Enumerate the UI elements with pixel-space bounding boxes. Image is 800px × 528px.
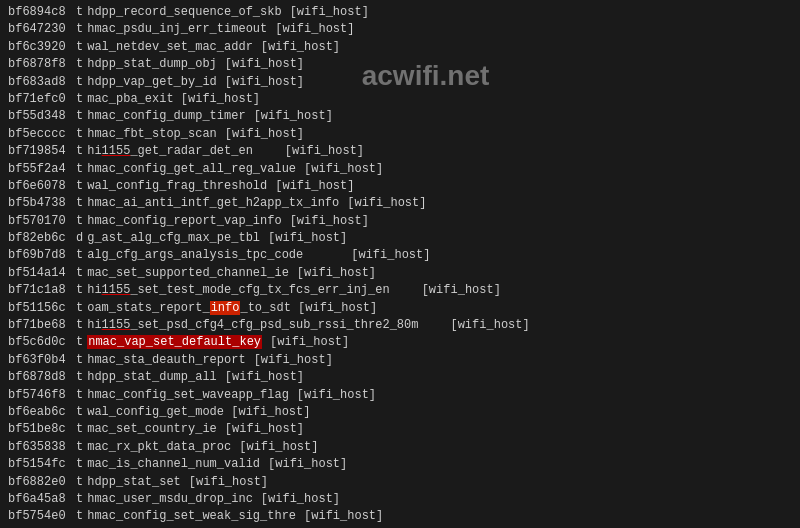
address: bf51be8c [8,421,76,438]
address: bf570170 [8,213,76,230]
module-tag: [wifi_host] [189,474,268,491]
symbol-type: t [76,213,83,230]
function-name: hdpp_record_sequence_of_skb [87,4,281,21]
function-name: nmac_vap_set_default_key [87,334,262,351]
table-row: bf570170thmac_config_report_vap_info[wif… [8,213,792,230]
table-row: bf69b7d8talg_cfg_args_analysis_tpc_code[… [8,247,792,264]
address: bf82eb6c [8,230,76,247]
table-row: bf71be68thi1155_set_psd_cfg4_cfg_psd_sub… [8,317,792,334]
symbol-type: t [76,195,83,212]
module-tag: [wifi_host] [304,508,383,525]
address: bf69b7d8 [8,247,76,264]
module-tag: [wifi_host] [285,143,364,160]
module-tag: [wifi_host] [275,21,354,38]
table-row: bf683ad8thdpp_vap_get_by_id[wifi_host] [8,74,792,91]
address: bf71efc0 [8,91,76,108]
symbol-type: t [76,56,83,73]
module-tag: [wifi_host] [225,369,304,386]
address: bf5754e0 [8,508,76,525]
function-name: hdpp_vap_get_by_id [87,74,217,91]
symbol-type: t [76,178,83,195]
function-name: hmac_user_msdu_drop_inc [87,491,253,508]
function-name: g_ast_alg_cfg_max_pe_tbl [87,230,260,247]
table-row: bf514a14tmac_set_supported_channel_ie[wi… [8,265,792,282]
table-row: bf71efc0tmac_pba_exit [wifi_host] [8,91,792,108]
table-row: bf719854thi1155_get_radar_det_en[wifi_ho… [8,143,792,160]
table-row: bf6894c8thdpp_record_sequence_of_skb[wif… [8,4,792,21]
module-tag: [wifi_host] [254,108,333,125]
symbol-type: t [76,161,83,178]
function-name: hi1155_set_psd_cfg4_cfg_psd_sub_rssi_thr… [87,317,418,334]
module-tag: [wifi_host] [268,456,347,473]
table-row: bf71c1a8thi1155_set_test_mode_cfg_tx_fcs… [8,282,792,299]
table-row: bf6882e0thdpp_stat_set[wifi_host] [8,474,792,491]
address: bf6894c8 [8,4,76,21]
symbol-type: t [76,421,83,438]
symbol-type: t [76,4,83,21]
table-row: bf55f2a4thmac_config_get_all_reg_value[w… [8,161,792,178]
function-name: wal_netdev_set_mac_addr [87,39,253,56]
function-name: hmac_config_report_vap_info [87,213,281,230]
address: bf71c1a8 [8,282,76,299]
table-row: bf6eab6ctwal_config_get_mode [wifi_host] [8,404,792,421]
address: bf5ecccc [8,126,76,143]
address: bf6882e0 [8,474,76,491]
table-row: bf6878d8thdpp_stat_dump_all[wifi_host] [8,369,792,386]
module-tag: [wifi_host] [261,491,340,508]
symbol-type: t [76,282,83,299]
address: bf55f2a4 [8,161,76,178]
module-tag: [wifi_host] [225,74,304,91]
symbol-type: t [76,108,83,125]
module-tag: [wifi_host] [270,334,349,351]
module-tag: [wifi_host] [290,4,369,21]
table-row: bf5754e0thmac_config_set_weak_sig_thre[w… [8,508,792,525]
symbol-type: t [76,352,83,369]
table-row: bf5c6d0ctnmac_vap_set_default_key[wifi_h… [8,334,792,351]
symbol-type: t [76,474,83,491]
address: bf5b4738 [8,195,76,212]
symbol-type: t [76,265,83,282]
module-tag: [wifi_host] [225,126,304,143]
table-row: bf5746f8thmac_config_set_waveapp_flag[wi… [8,387,792,404]
module-tag: [wifi_host] [297,265,376,282]
module-tag: [wifi_host] [225,421,304,438]
module-tag: [wifi_host] [261,39,340,56]
symbol-type: t [76,369,83,386]
symbol-type: t [76,300,83,317]
address: bf6e6078 [8,178,76,195]
address: bf63f0b4 [8,352,76,369]
address: bf55d348 [8,108,76,125]
function-name: hi1155_set_test_mode_cfg_tx_fcs_err_inj_… [87,282,389,299]
function-name: hmac_config_dump_timer [87,108,245,125]
address: bf71be68 [8,317,76,334]
symbol-type: d [76,230,83,247]
function-name: hmac_sta_deauth_report [87,352,245,369]
address: bf51156c [8,300,76,317]
table-row: bf647230thmac_psdu_inj_err_timeout[wifi_… [8,21,792,38]
symbol-type: t [76,39,83,56]
address: bf647230 [8,21,76,38]
symbol-type: t [76,91,83,108]
function-name: mac_is_channel_num_valid [87,456,260,473]
terminal: acwifi.net bf6894c8thdpp_record_sequence… [0,0,800,528]
table-row: bf6878f8thdpp_stat_dump_obj[wifi_host] [8,56,792,73]
address: bf6878d8 [8,369,76,386]
symbol-type: t [76,317,83,334]
address: bf635838 [8,439,76,456]
symbol-type: t [76,387,83,404]
table-row: bf55d348thmac_config_dump_timer[wifi_hos… [8,108,792,125]
address: bf6a45a8 [8,491,76,508]
address: bf5746f8 [8,387,76,404]
function-name: oam_stats_report_info_to_sdt [wifi_host] [87,300,377,317]
address: bf6878f8 [8,56,76,73]
table-row: bf5b4738thmac_ai_anti_intf_get_h2app_tx_… [8,195,792,212]
table-row: bf6a45a8thmac_user_msdu_drop_inc[wifi_ho… [8,491,792,508]
function-name: hmac_config_set_waveapp_flag [87,387,289,404]
table-row: bf635838tmac_rx_pkt_data_proc[wifi_host] [8,439,792,456]
symbol-type: t [76,491,83,508]
module-tag: [wifi_host] [268,230,347,247]
function-name: wal_config_get_mode [wifi_host] [87,404,310,421]
table-row: bf51156ctoam_stats_report_info_to_sdt [w… [8,300,792,317]
function-name: mac_set_country_ie [87,421,217,438]
address: bf683ad8 [8,74,76,91]
